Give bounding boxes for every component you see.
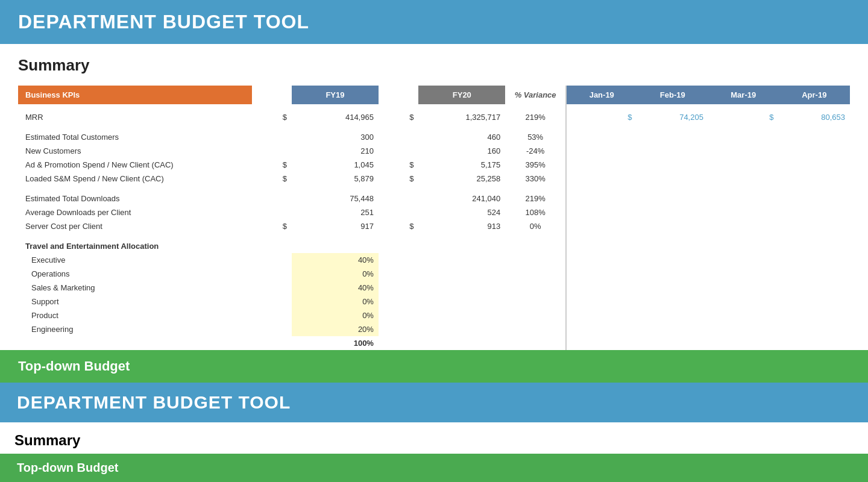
est-customers-row: Estimated Total Customers 300 460 53% [18,130,565,144]
support-pct: 0% [292,295,379,308]
engineering-label: Engineering [18,322,252,336]
travel-engineering-row: Engineering 20% [18,322,565,336]
page-title: DEPARTMENT BUDGET TOOL [18,11,309,33]
kpi-header-row: Business KPIs FY19 FY20 % Variance [18,86,565,104]
est-downloads-variance: 219% [505,192,565,205]
new-customers-row: New Customers 210 160 -24% [18,144,565,158]
server-fy20: 913 [418,219,505,233]
support-label: Support [18,295,252,308]
ad-fy19-sign: $ [252,158,292,172]
server-cost-label: Server Cost per Client [18,219,252,233]
page-header: DEPARTMENT BUDGET TOOL [0,0,868,44]
loaded-variance: 330% [505,172,565,186]
mrr-row: MRR $ 414,965 $ 1,325,717 219% [18,110,565,124]
travel-total-row: 100% [18,336,565,350]
loaded-sm-row: Loaded S&M Spend / New Client (CAC) $ 5,… [18,172,565,186]
est-downloads-fy19: 75,448 [292,192,379,205]
ad-fy20-sign: $ [379,158,418,172]
travel-sales-row: Sales & Marketing 40% [18,281,565,295]
ad-promotion-row: Ad & Promotion Spend / New Client (CAC) … [18,158,565,172]
travel-support-row: Support 0% [18,295,565,308]
est-customers-fy20: 460 [418,130,505,144]
monthly-header-row: Jan-19 Feb-19 Mar-19 Apr-19 [567,86,850,104]
loaded-fy20-sign: $ [379,172,418,186]
topdown-label: Top-down Budget [17,461,118,474]
mrr-feb-sign: $ [708,110,779,124]
travel-operations-row: Operations 0% [18,267,565,281]
main-layout: Business KPIs FY19 FY20 % Variance MRR $ [18,86,850,350]
operations-pct: 0% [292,267,379,281]
section-title: Summary [18,56,850,75]
avg-downloads-row: Average Downloads per Client 251 524 108… [18,205,565,219]
right-section: Jan-19 Feb-19 Mar-19 Apr-19 $ 74,205 $ 8… [567,86,850,350]
mrr-jan-sign: $ [567,110,637,124]
avg-downloads-variance: 108% [505,205,565,219]
travel-label: Travel and Entertainment Allocation [18,239,565,253]
green-bottom-bar: Top-down Budget [0,454,868,482]
operations-label: Operations [18,267,252,281]
main-header: DEPARTMENT BUDGET TOOL [0,383,868,422]
section-heading: Summary [14,432,854,449]
variance-header: % Variance [505,86,565,104]
new-customers-fy20: 160 [418,144,505,158]
kpi-sign-header [252,86,292,104]
est-downloads-row: Estimated Total Downloads 75,448 241,040… [18,192,565,205]
ad-variance: 395% [505,158,565,172]
travel-header-row: Travel and Entertainment Allocation [18,239,565,253]
new-customers-label: New Customers [18,144,252,158]
est-customers-variance: 53% [505,130,565,144]
est-customers-fy19: 300 [292,130,379,144]
sales-pct: 40% [292,281,379,295]
travel-product-row: Product 0% [18,308,565,322]
ad-promotion-label: Ad & Promotion Spend / New Client (CAC) [18,158,252,172]
ad-fy19: 1,045 [292,158,379,172]
bottom-bar: Top-down Budget [0,350,868,383]
feb-header: Feb-19 [637,86,708,104]
server-cost-row: Server Cost per Client $ 917 $ 913 0% [18,219,565,233]
mrr-fy19-sign: $ [252,110,292,124]
executive-pct: 40% [292,253,379,267]
travel-total-pct: 100% [292,336,379,350]
new-customers-fy19: 210 [292,144,379,158]
apr-header: Apr-19 [779,86,850,104]
mrr-variance: 219% [505,110,565,124]
loaded-fy19: 5,879 [292,172,379,186]
est-downloads-label: Estimated Total Downloads [18,192,252,205]
product-label: Product [18,308,252,322]
sales-label: Sales & Marketing [18,281,252,295]
loaded-fy20: 25,258 [418,172,505,186]
avg-downloads-fy19: 251 [292,205,379,219]
app-title: DEPARTMENT BUDGET TOOL [17,392,851,413]
left-section: Business KPIs FY19 FY20 % Variance MRR $ [18,86,567,350]
kpi-label-header: Business KPIs [18,86,252,104]
content-area: Summary Business KPIs FY19 FY20 % Varian… [0,44,868,350]
mrr-jan: 74,205 [637,110,708,124]
monthly-table: Jan-19 Feb-19 Mar-19 Apr-19 $ 74,205 $ 8… [567,86,850,124]
fy19-header: FY19 [292,86,379,104]
mrr-monthly-row: $ 74,205 $ 80,653 [567,110,850,124]
mrr-label: MRR [18,110,252,124]
bottom-bar-title: Top-down Budget [18,358,130,374]
executive-label: Executive [18,253,252,267]
avg-downloads-label: Average Downloads per Client [18,205,252,219]
mrr-fy20: 1,325,717 [418,110,505,124]
est-downloads-fy20: 241,040 [418,192,505,205]
avg-downloads-fy20: 524 [418,205,505,219]
new-customers-variance: -24% [505,144,565,158]
mrr-feb: 80,653 [779,110,850,124]
mrr-fy19: 414,965 [292,110,379,124]
kpi-sign2-header [379,86,418,104]
fy20-header: FY20 [418,86,505,104]
kpi-table: Business KPIs FY19 FY20 % Variance MRR $ [18,86,565,350]
engineering-pct: 20% [292,322,379,336]
mrr-fy20-sign: $ [379,110,418,124]
jan-header: Jan-19 [567,86,637,104]
full-page: DEPARTMENT BUDGET TOOL Summary Business … [0,383,868,482]
server-fy20-sign: $ [379,219,418,233]
loaded-fy19-sign: $ [252,172,292,186]
est-customers-label: Estimated Total Customers [18,130,252,144]
product-pct: 0% [292,308,379,322]
server-variance: 0% [505,219,565,233]
server-fy19: 917 [292,219,379,233]
server-fy19-sign: $ [252,219,292,233]
